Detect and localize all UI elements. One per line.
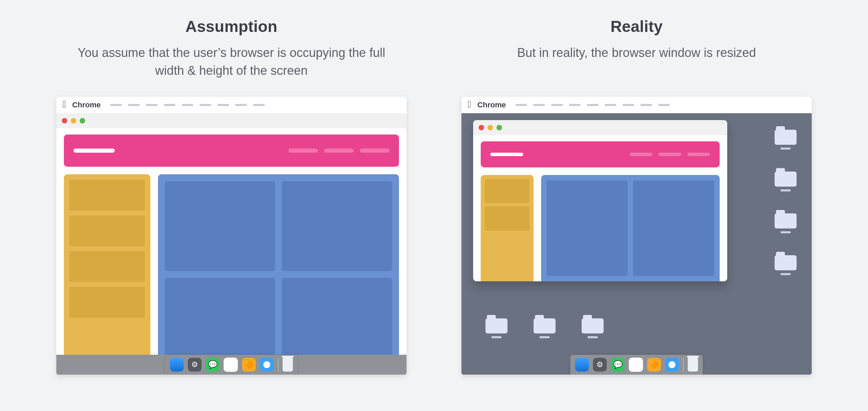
assumption-subtitle: You assume that the user’s browser is oc… [67, 44, 396, 82]
content-card-placeholder [165, 278, 275, 368]
desktop-folder-icon [534, 318, 556, 333]
nav-item-placeholder [687, 153, 710, 156]
menu-item-placeholder [164, 104, 175, 106]
menu-item-placeholder [640, 104, 652, 106]
system-preferences-icon: ⚙ [188, 358, 202, 372]
menu-item-placeholder [551, 104, 563, 106]
reality-subtitle: But in reality, the browser window is re… [517, 44, 756, 82]
traffic-light-zoom-icon [80, 118, 85, 124]
content-card-placeholder [165, 181, 275, 271]
menu-item-placeholder [533, 104, 545, 106]
page-body [481, 175, 720, 281]
menu-item-placeholder [569, 104, 581, 106]
traffic-light-close-icon [479, 125, 484, 130]
trash-icon [688, 358, 698, 372]
calendar-icon: 17 [224, 357, 238, 372]
reality-title: Reality [610, 17, 663, 36]
macos-dock: ⚙ 💬 17 🔶 [570, 355, 703, 375]
dock-divider [278, 358, 278, 372]
menu-item-placeholder [235, 104, 247, 106]
menu-item-placeholder [253, 104, 265, 106]
messages-icon: 💬 [206, 358, 219, 372]
comparison-row: Assumption You assume that the user’s br… [38, 17, 830, 375]
nav-item-placeholder [324, 149, 354, 153]
macos-menubar:  Chrome [56, 97, 407, 113]
messages-icon: 💬 [611, 358, 625, 372]
browser-viewport [473, 135, 727, 281]
content-card-placeholder [282, 278, 392, 368]
page-nav [288, 149, 389, 153]
assumption-title: Assumption [185, 17, 277, 36]
nav-item-placeholder [288, 149, 318, 153]
menu-item-placeholder [146, 104, 158, 106]
sidebar-item-placeholder [69, 287, 145, 318]
browser-titlebar [473, 120, 727, 135]
nav-item-placeholder [630, 153, 652, 156]
sidebar-item-placeholder [69, 251, 145, 282]
panel-assumption: Assumption You assume that the user’s br… [49, 17, 413, 375]
sidebar-item-placeholder [69, 215, 145, 246]
active-app-name: Chrome [477, 101, 506, 109]
apple-logo-icon:  [468, 99, 471, 109]
page-content-grid [541, 175, 720, 281]
page-logo-placeholder [73, 149, 115, 153]
macos-dock: ⚙ 💬 17 🔶 [165, 355, 298, 375]
content-card-placeholder [282, 181, 392, 271]
traffic-light-minimize-icon [488, 125, 493, 130]
macos-menubar:  Chrome [461, 97, 812, 113]
browser-window-resized [473, 120, 727, 281]
page-logo-placeholder [490, 153, 523, 156]
nav-item-placeholder [360, 149, 389, 153]
content-card-placeholder [633, 180, 714, 276]
dock-divider [683, 358, 684, 372]
desktop-folder-icon [486, 318, 507, 333]
browser-viewport [56, 128, 407, 375]
menu-item-placeholder [587, 104, 598, 106]
desktop-folder-icon [775, 172, 797, 187]
apple-logo-icon:  [62, 99, 66, 109]
page-sidebar [64, 174, 150, 375]
menu-item-placeholder [182, 104, 193, 106]
sidebar-item-placeholder [485, 207, 529, 231]
page-sidebar [481, 175, 534, 281]
finder-icon [170, 358, 184, 372]
menu-item-placeholder [605, 104, 616, 106]
sidebar-item-placeholder [485, 179, 529, 203]
browser-window-fullscreen [56, 113, 407, 375]
sketch-icon: 🔶 [242, 358, 256, 372]
traffic-light-minimize-icon [71, 118, 76, 124]
page-header-bar [64, 134, 399, 167]
desktop-folder-icon [775, 130, 797, 145]
desktop-folder-icon [775, 255, 797, 270]
nav-item-placeholder [659, 153, 681, 156]
panel-reality: Reality But in reality, the browser wind… [455, 17, 819, 375]
menu-item-placeholder [515, 104, 527, 106]
assumption-screen-mock:  Chrome [56, 97, 407, 375]
active-app-name: Chrome [72, 101, 101, 109]
menu-item-placeholder [658, 104, 670, 106]
menu-item-placeholder [623, 104, 634, 106]
page-body [64, 174, 399, 375]
menu-item-placeholder [110, 104, 122, 106]
calendar-icon: 17 [629, 357, 643, 372]
content-card-placeholder [547, 180, 628, 276]
reality-screen-mock:  Chrome [461, 97, 812, 375]
page-content-grid [158, 174, 399, 375]
safari-icon [260, 358, 274, 372]
safari-icon [665, 358, 679, 372]
sketch-icon: 🔶 [647, 358, 661, 372]
menu-item-placeholder [217, 104, 229, 106]
browser-titlebar [56, 113, 407, 128]
page-header-bar [481, 141, 720, 167]
finder-icon [575, 358, 589, 372]
page-nav [630, 153, 710, 156]
system-preferences-icon: ⚙ [593, 358, 607, 372]
menu-item-placeholder [199, 104, 211, 106]
traffic-light-zoom-icon [496, 125, 502, 130]
traffic-light-close-icon [62, 118, 67, 124]
trash-icon [283, 358, 293, 372]
sidebar-item-placeholder [69, 180, 145, 211]
desktop-folder-icon [775, 213, 797, 228]
menu-item-placeholder [128, 104, 140, 106]
desktop-folder-icon [582, 318, 604, 333]
